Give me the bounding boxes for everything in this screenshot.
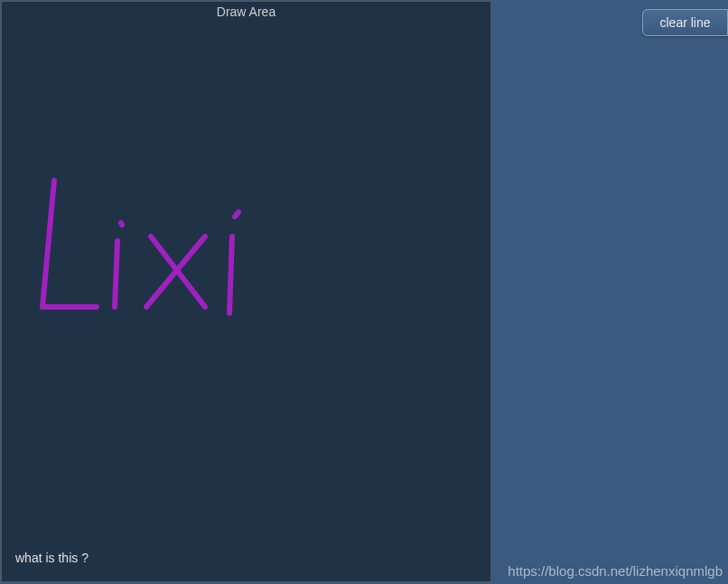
bottom-label: what is this ? <box>15 551 89 565</box>
handwritten-content <box>29 173 264 327</box>
draw-area-panel[interactable]: Draw Area what is this ? <box>1 1 491 582</box>
watermark-url: https://blog.csdn.net/lizhenxiqnmlgb <box>508 563 723 579</box>
draw-area-title: Draw Area <box>2 2 490 19</box>
clear-line-button[interactable]: clear line <box>642 9 728 36</box>
